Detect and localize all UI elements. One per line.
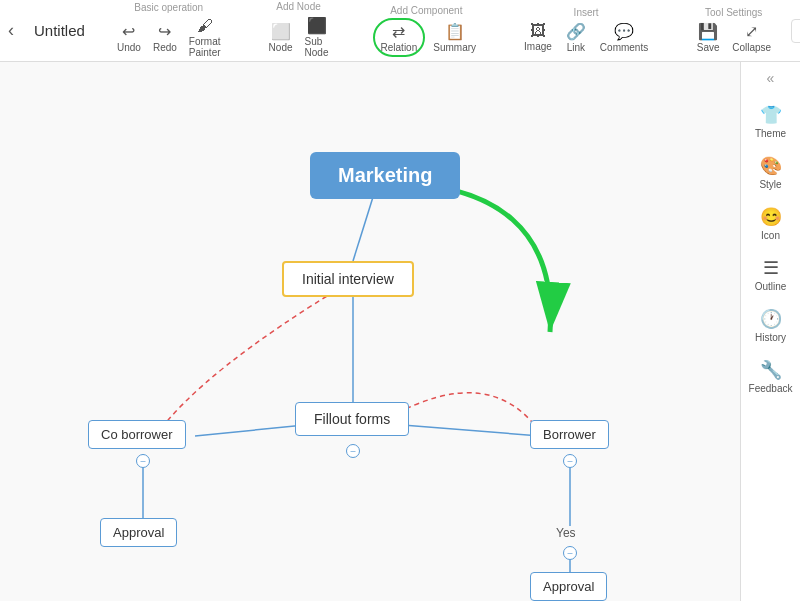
fillout-collapse[interactable]: – (346, 444, 360, 458)
tool-settings-label: Tool Settings (705, 7, 762, 18)
relation-button[interactable]: ⇄Relation (373, 18, 426, 57)
save-button[interactable]: 💾Save (692, 20, 724, 55)
back-button[interactable]: ‹ (8, 20, 14, 41)
co-borrower-collapse[interactable]: – (136, 454, 150, 468)
approval-left-node[interactable]: Approval (100, 518, 177, 547)
image-button[interactable]: 🖼Image (520, 20, 556, 54)
link-button[interactable]: 🔗Link (560, 20, 592, 55)
sidebar-item-history[interactable]: 🕐 History (745, 302, 797, 349)
basic-operation-label: Basic operation (134, 2, 203, 13)
add-component-group: Add Component ⇄Relation 📋Summary (373, 5, 481, 57)
sidebar-collapse-button[interactable]: « (767, 70, 775, 86)
borrower-node[interactable]: Borrower (530, 420, 609, 449)
style-icon: 🎨 (760, 155, 782, 177)
toolbar: ‹ Untitled Basic operation ↩Undo ↪Redo 🖌… (0, 0, 800, 62)
sidebar-item-outline[interactable]: ☰ Outline (745, 251, 797, 298)
canvas[interactable]: Marketing Initial interview Fillout form… (0, 62, 740, 601)
borrower-collapse[interactable]: – (563, 454, 577, 468)
add-node-label: Add Node (276, 1, 320, 12)
icon-icon: 😊 (760, 206, 782, 228)
tool-settings-group: Tool Settings 💾Save ⤢Collapse (692, 7, 775, 55)
share-button[interactable]: 🔗 Share (791, 19, 800, 43)
feedback-icon: 🔧 (760, 359, 782, 381)
add-node-group: Add Node ⬜Node ⬛Sub Node (265, 1, 333, 60)
sub-node-button[interactable]: ⬛Sub Node (301, 14, 333, 60)
theme-icon: 👕 (760, 104, 782, 126)
document-title[interactable]: Untitled (34, 22, 85, 39)
yes-label: Yes (556, 526, 576, 540)
yes-collapse[interactable]: – (563, 546, 577, 560)
svg-line-3 (390, 424, 540, 436)
sidebar-item-theme[interactable]: 👕 Theme (745, 98, 797, 145)
outline-icon: ☰ (763, 257, 779, 279)
insert-group: Insert 🖼Image 🔗Link 💬Comments (520, 7, 652, 55)
toolbar-right: 🔗 Share 📤 Export (791, 19, 800, 43)
node-button[interactable]: ⬜Node (265, 20, 297, 55)
main-area: Marketing Initial interview Fillout form… (0, 62, 800, 601)
undo-button[interactable]: ↩Undo (113, 20, 145, 55)
sidebar-item-feedback[interactable]: 🔧 Feedback (745, 353, 797, 400)
collapse-button[interactable]: ⤢Collapse (728, 20, 775, 55)
co-borrower-node[interactable]: Co borrower (88, 420, 186, 449)
sidebar-item-style[interactable]: 🎨 Style (745, 149, 797, 196)
approval-right-node[interactable]: Approval (530, 572, 607, 601)
add-component-label: Add Component (390, 5, 462, 16)
redo-button[interactable]: ↪Redo (149, 20, 181, 55)
fillout-forms-node[interactable]: Fillout forms (295, 402, 409, 436)
insert-label: Insert (574, 7, 599, 18)
format-painter-button[interactable]: 🖌Format Painter (185, 15, 225, 60)
right-sidebar: « 👕 Theme 🎨 Style 😊 Icon ☰ Outline 🕐 His… (740, 62, 800, 601)
history-icon: 🕐 (760, 308, 782, 330)
svg-line-0 (353, 197, 373, 261)
summary-button[interactable]: 📋Summary (429, 20, 480, 55)
comments-button[interactable]: 💬Comments (596, 20, 652, 55)
initial-interview-node[interactable]: Initial interview (282, 261, 414, 297)
basic-operation-group: Basic operation ↩Undo ↪Redo 🖌Format Pain… (113, 2, 225, 60)
marketing-node[interactable]: Marketing (310, 152, 460, 199)
sidebar-item-icon[interactable]: 😊 Icon (745, 200, 797, 247)
